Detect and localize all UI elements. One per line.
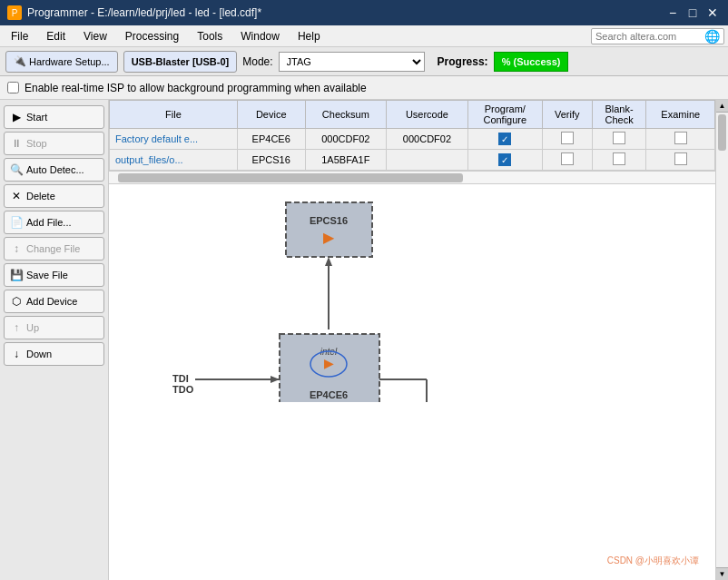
vscroll-down-button[interactable]: ▼ (716, 567, 728, 580)
toolbar: 🔌 Hardware Setup... USB-Blaster [USB-0] … (0, 47, 728, 76)
menu-help[interactable]: Help (290, 28, 328, 44)
row2-examine-checkbox[interactable] (674, 152, 687, 165)
vertical-scrollbar[interactable]: ▲ ▼ (715, 100, 728, 580)
col-file: File (110, 101, 238, 129)
minimize-button[interactable]: − (664, 5, 681, 21)
delete-button[interactable]: ✕ Delete (4, 184, 104, 208)
auto-detect-icon: 🔍 (10, 163, 23, 176)
menu-window[interactable]: Window (233, 28, 287, 44)
mode-label: Mode: (242, 55, 272, 68)
row1-program-cell[interactable]: ✓ (467, 129, 542, 150)
search-input[interactable] (595, 31, 704, 42)
row2-examine-cell[interactable] (646, 150, 715, 171)
add-file-button[interactable]: 📄 Add File... (4, 211, 104, 234)
save-file-button[interactable]: 💾 Save File (4, 263, 104, 287)
col-checksum: Checksum (305, 101, 387, 129)
epcs16-arrow: ▶ (323, 230, 335, 245)
hardware-icon: 🔌 (14, 55, 26, 67)
close-button[interactable]: ✕ (704, 5, 721, 21)
col-program: Program/Configure (467, 101, 542, 129)
search-box[interactable]: 🌐 (591, 28, 724, 44)
row1-device: EP4CE6 (237, 129, 305, 150)
save-file-icon: 💾 (10, 269, 23, 281)
row1-file[interactable]: Factory default e... (110, 129, 238, 150)
maximize-button[interactable]: □ (684, 5, 701, 21)
row1-blank-cell[interactable] (592, 129, 646, 150)
row2-blank-checkbox[interactable] (613, 152, 625, 165)
right-inner: File Device Checksum Usercode Program/Co… (109, 100, 715, 580)
epcs16-label: EPCS16 (310, 215, 348, 226)
add-device-icon: ⬡ (10, 295, 23, 308)
row2-blank-cell[interactable] (592, 150, 646, 171)
right-with-scroll: File Device Checksum Usercode Program/Co… (109, 100, 728, 580)
connect-arrow-head (325, 257, 332, 266)
tdi-arrow (271, 376, 280, 383)
table-area: File Device Checksum Usercode Program/Co… (109, 100, 715, 184)
isp-row: Enable real-time ISP to allow background… (0, 76, 728, 100)
table-row: output_files/o... EPCS16 1A5BFA1F ✓ (110, 150, 715, 171)
row2-file[interactable]: output_files/o... (110, 150, 238, 171)
row1-blank-checkbox[interactable] (613, 132, 625, 144)
ep4ce6-arrow: ▶ (324, 356, 334, 370)
col-device: Device (237, 101, 305, 129)
vscroll-thumb[interactable] (718, 114, 726, 151)
row1-verify-checkbox[interactable] (561, 132, 574, 144)
isp-label: Enable real-time ISP to allow background… (25, 82, 367, 94)
horizontal-scrollbar[interactable] (109, 171, 715, 183)
sidebar: ▶ Start ⏸ Stop 🔍 Auto Detec... ✕ Delete … (0, 100, 109, 580)
menu-view[interactable]: View (76, 28, 114, 44)
usb-blaster-button[interactable]: USB-Blaster [USB-0] (123, 51, 238, 73)
start-button[interactable]: ▶ Start (4, 105, 104, 129)
menu-processing[interactable]: Processing (118, 28, 186, 44)
menu-tools[interactable]: Tools (190, 28, 230, 44)
row1-examine-checkbox[interactable] (674, 132, 687, 144)
row1-usercode: 000CDF02 (387, 129, 468, 150)
row2-program-cell[interactable]: ✓ (467, 150, 542, 171)
isp-checkbox[interactable] (7, 82, 19, 93)
stop-icon: ⏸ (10, 137, 23, 150)
down-button[interactable]: ↓ Down (4, 342, 104, 366)
watermark: CSDN @小明喜欢小谭 (607, 555, 699, 567)
globe-icon: 🌐 (704, 29, 720, 44)
menu-bar: File Edit View Processing Tools Window H… (0, 25, 728, 47)
col-usercode: Usercode (387, 101, 468, 129)
file-table: File Device Checksum Usercode Program/Co… (109, 100, 715, 171)
window-title: Programmer - E:/learn/led/prj/led - led … (27, 6, 261, 19)
up-icon: ↑ (10, 321, 23, 334)
up-button[interactable]: ↑ Up (4, 316, 104, 339)
progress-value: % (Success) (494, 52, 569, 72)
progress-label: Progress: (438, 55, 488, 68)
ep4ce6-label: EP4CE6 (310, 389, 348, 400)
add-file-icon: 📄 (10, 216, 23, 229)
menu-edit[interactable]: Edit (39, 28, 73, 44)
app-icon: P (7, 5, 22, 20)
col-blank-check: Blank-Check (592, 101, 646, 129)
hscroll-thumb[interactable] (118, 173, 463, 182)
menu-file[interactable]: File (4, 28, 35, 44)
main-content: ▶ Start ⏸ Stop 🔍 Auto Detec... ✕ Delete … (0, 100, 728, 580)
row2-program-checkbox[interactable]: ✓ (498, 153, 511, 166)
change-file-icon: ↕ (10, 242, 23, 255)
down-icon: ↓ (10, 348, 23, 360)
hardware-setup-button[interactable]: 🔌 Hardware Setup... (5, 51, 118, 73)
table-row: Factory default e... EP4CE6 000CDF02 000… (110, 129, 715, 150)
title-bar-controls: − □ ✕ (664, 5, 721, 21)
row2-verify-cell[interactable] (542, 150, 592, 171)
change-file-button[interactable]: ↕ Change File (4, 237, 104, 261)
row1-examine-cell[interactable] (646, 129, 715, 150)
row1-checksum: 000CDF02 (305, 129, 387, 150)
vscroll-up-button[interactable]: ▲ (716, 100, 728, 113)
title-bar: P Programmer - E:/learn/led/prj/led - le… (0, 0, 728, 25)
row1-verify-cell[interactable] (542, 129, 592, 150)
col-verify: Verify (542, 101, 592, 129)
row1-program-checkbox[interactable]: ✓ (498, 133, 511, 145)
row2-checksum: 1A5BFA1F (305, 150, 387, 171)
row2-verify-checkbox[interactable] (561, 152, 574, 165)
row2-usercode (387, 150, 468, 171)
title-bar-left: P Programmer - E:/learn/led/prj/led - le… (7, 5, 261, 20)
auto-detect-button[interactable]: 🔍 Auto Detec... (4, 158, 104, 182)
add-device-button[interactable]: ⬡ Add Device (4, 290, 104, 313)
stop-button[interactable]: ⏸ Stop (4, 132, 104, 155)
mode-select[interactable]: JTAG Active Serial Programming Passive S… (279, 52, 425, 72)
row2-device: EPCS16 (237, 150, 305, 171)
